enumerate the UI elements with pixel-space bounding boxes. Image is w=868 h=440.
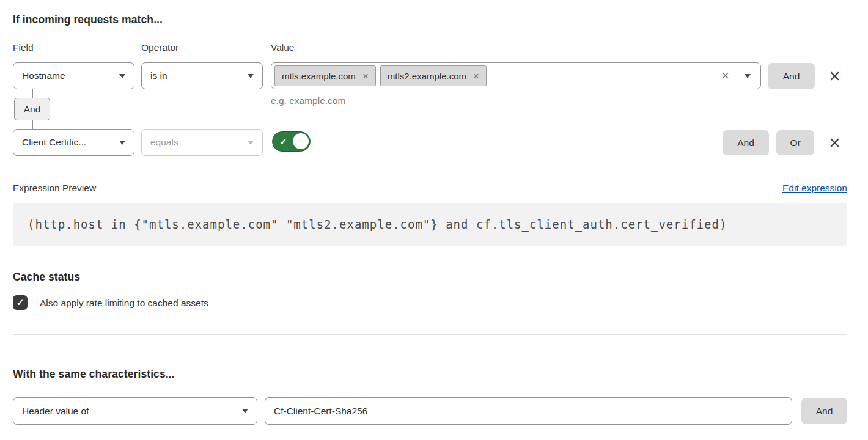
chevron-down-icon: [119, 141, 125, 145]
operator-select-row2-value: equals: [150, 137, 178, 148]
chevron-down-icon: [242, 409, 248, 413]
value-tag-label: mtls.example.com: [282, 71, 356, 81]
field-select-row2-value: Client Certific...: [22, 137, 86, 148]
chevron-down-icon[interactable]: [745, 74, 751, 78]
chevron-down-icon: [119, 74, 125, 78]
field-select-row2[interactable]: Client Certific...: [13, 129, 134, 156]
edit-expression-link[interactable]: Edit expression: [782, 183, 847, 194]
cached-assets-checkbox[interactable]: ✓: [13, 295, 28, 310]
or-button-row2[interactable]: Or: [776, 130, 814, 155]
field-select-row1[interactable]: Hostname: [13, 62, 134, 89]
clear-values-icon[interactable]: ×: [721, 69, 729, 82]
remove-tag-icon[interactable]: ×: [362, 71, 369, 81]
and-button-row2[interactable]: And: [723, 130, 769, 155]
remove-tag-icon[interactable]: ×: [473, 71, 479, 81]
and-button-row1[interactable]: And: [768, 63, 815, 89]
expression-code: (http.host in {"mtls.example.com" "mtls2…: [28, 218, 727, 231]
value-tag-label: mtls2.example.com: [388, 71, 466, 81]
cert-verified-toggle[interactable]: ✓: [272, 131, 311, 152]
connector-and-button[interactable]: And: [14, 98, 50, 120]
match-section-title: If incoming requests match...: [13, 13, 163, 26]
section-divider: [13, 334, 847, 335]
value-hint-text: e.g. example.com: [271, 95, 345, 106]
header-name-input[interactable]: [265, 397, 792, 425]
characteristic-select[interactable]: Header value of: [13, 397, 257, 425]
delete-row1-icon[interactable]: ×: [825, 63, 844, 89]
value-tag: mtls2.example.com ×: [380, 65, 487, 86]
field-select-row1-value: Hostname: [22, 70, 65, 81]
check-icon: ✓: [17, 297, 24, 308]
operator-select-row2: equals: [141, 129, 263, 156]
toggle-knob: [293, 133, 309, 149]
value-tag: mtls.example.com ×: [274, 65, 376, 86]
check-icon: ✓: [279, 136, 287, 147]
operator-select-row1[interactable]: is in: [141, 62, 263, 89]
chevron-down-icon: [248, 74, 254, 78]
expression-preview-label: Expression Preview: [13, 183, 96, 194]
chevron-down-icon: [248, 141, 254, 145]
operator-column-label: Operator: [141, 42, 178, 53]
characteristic-select-value: Header value of: [22, 406, 89, 417]
value-multiselect-row1[interactable]: mtls.example.com × mtls2.example.com × ×: [271, 62, 761, 89]
cached-assets-checkbox-label: Also apply rate limiting to cached asset…: [40, 298, 208, 309]
expression-preview-block: (http.host in {"mtls.example.com" "mtls2…: [13, 203, 847, 246]
operator-select-row1-value: is in: [150, 70, 167, 81]
characteristics-title: With the same characteristics...: [13, 368, 175, 381]
cache-status-title: Cache status: [13, 271, 80, 284]
value-column-label: Value: [271, 42, 295, 53]
delete-row2-icon[interactable]: ×: [825, 130, 844, 155]
field-column-label: Field: [13, 42, 34, 53]
and-button-characteristics[interactable]: And: [801, 398, 847, 424]
